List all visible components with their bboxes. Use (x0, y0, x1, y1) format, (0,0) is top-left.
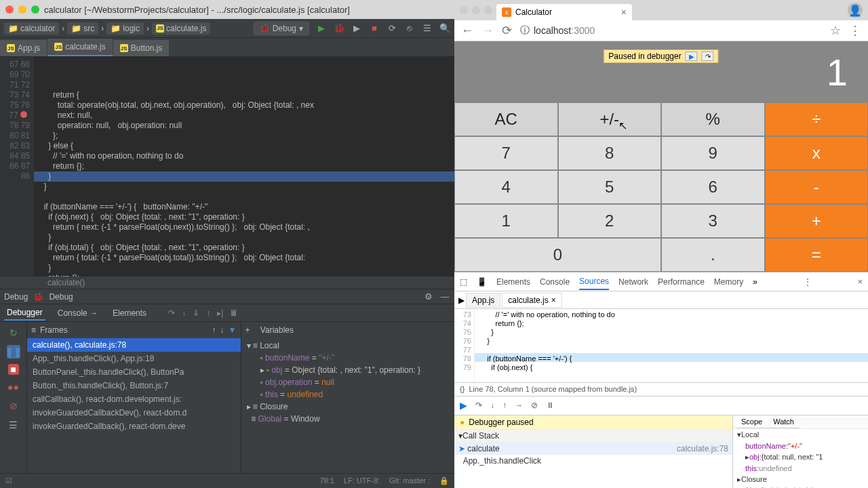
stack-frame[interactable]: Button._this.handleClick(), Button.js:7 (27, 379, 241, 392)
deactivate-bp-icon[interactable]: ⊘ (531, 401, 538, 410)
crumb-file[interactable]: JS calculate.js (152, 22, 210, 35)
calc-key[interactable]: 4 (454, 170, 558, 204)
close-icon[interactable] (460, 6, 468, 14)
filter-icon[interactable]: ▼ (229, 325, 237, 335)
step-over-icon[interactable]: ↷ (475, 401, 482, 410)
back-icon[interactable]: ← (461, 24, 473, 38)
profile-icon[interactable]: 👤 (848, 3, 863, 18)
mute-bp-icon[interactable]: ⊘ (7, 399, 20, 413)
step-icon[interactable]: ↷ (702, 52, 714, 61)
crumb-project[interactable]: 📁 calculator (4, 22, 59, 35)
tool-icon[interactable]: ☰ (422, 23, 433, 34)
calc-key[interactable]: 2 (558, 204, 662, 238)
var-obj-op[interactable]: ▫ obj.operation = null (241, 376, 455, 388)
close-tab-icon[interactable]: × (621, 7, 627, 18)
run-icon[interactable]: ▶ (316, 23, 327, 34)
devtools-tab[interactable]: Console (540, 274, 570, 289)
menu-icon[interactable]: ⋮ (849, 23, 861, 38)
calc-key[interactable]: 6 (661, 170, 765, 204)
more-tabs-icon[interactable]: » (753, 277, 757, 287)
calc-key[interactable]: 5 (558, 170, 662, 204)
step-into-icon[interactable]: ↓ (490, 401, 494, 410)
tab-watch[interactable]: Watch (768, 415, 800, 428)
close-icon[interactable]: × (551, 296, 556, 305)
stack-frame[interactable]: App._this.handleClick(), App.js:18 (27, 352, 241, 365)
sources-nav-icon[interactable]: ▶ (458, 296, 465, 305)
prev-frame-icon[interactable]: ↑ (212, 325, 216, 335)
callstack-header[interactable]: ▾ Call Stack (454, 430, 732, 443)
devtools-tab[interactable]: Sources (579, 274, 609, 290)
calc-key[interactable]: 3 (661, 204, 765, 238)
reload-icon[interactable]: ⟳ (502, 23, 512, 38)
calc-key[interactable]: + (765, 204, 869, 238)
close-devtools-icon[interactable]: × (858, 277, 863, 287)
devtools-source[interactable]: 73 74 75 76 77 78 79 // '=' with no oper… (454, 309, 868, 382)
scope-var[interactable]: ▸obj: {total: null, next: "1 (733, 451, 868, 463)
calc-key[interactable]: 7 (454, 136, 558, 170)
crumb-logic[interactable]: 📁 logic (106, 22, 144, 35)
var-global[interactable]: ≡ Global = Window (241, 413, 455, 425)
encoding[interactable]: LF: UTF-8: (344, 476, 380, 485)
calc-key[interactable]: 8 (558, 136, 662, 170)
minimize-icon[interactable] (472, 6, 480, 14)
calc-key[interactable]: x (765, 136, 869, 170)
stop-icon[interactable]: ■ (369, 23, 380, 34)
minimize-panel-icon[interactable]: — (439, 291, 450, 302)
run-config-dropdown[interactable]: 🐞 Debug ▾ (254, 22, 309, 35)
devtools-tab[interactable]: Performance (658, 274, 705, 289)
stack-frame[interactable]: calculate(), calculate.js:78 (27, 338, 241, 352)
scope-local[interactable]: ▾ Local (733, 429, 868, 441)
step-out-icon[interactable]: ↑ (206, 308, 210, 318)
close-icon[interactable] (5, 5, 14, 14)
gutter[interactable]: 67 68 69 70 71 72 73 74 75 76 77 78 79 8… (0, 57, 34, 277)
source-tab[interactable]: App.js (466, 293, 500, 308)
stack-frame[interactable]: invokeGuardedCallback(), react-dom.deve (27, 420, 241, 433)
minimize-icon[interactable] (18, 5, 26, 14)
todo-icon[interactable]: ☑ (5, 476, 12, 485)
step-over-icon[interactable]: ↷ (168, 308, 175, 318)
stack-frame[interactable]: callCallback(), react-dom.development.js… (27, 392, 241, 406)
forward-icon[interactable]: → (481, 24, 494, 38)
stack-frame[interactable]: App._this.handleClick (454, 455, 732, 467)
gear-icon[interactable]: ⚙ (423, 291, 434, 302)
calc-key[interactable]: 1 (454, 204, 558, 238)
debug-icon[interactable]: 🐞 (334, 23, 344, 34)
url-field[interactable]: ⓘ localhost:3000 (520, 24, 822, 37)
resume-icon[interactable]: ▶ (686, 52, 698, 61)
new-watch-icon[interactable]: + (245, 325, 250, 335)
inspect-icon[interactable]: ⬚ (460, 277, 467, 287)
var-closure[interactable]: ▸ ≡ Closure (241, 401, 455, 413)
scope-var[interactable]: this: undefined (733, 463, 868, 474)
step-into-icon[interactable]: ↓ (182, 308, 186, 318)
next-frame-icon[interactable]: ↓ (220, 325, 224, 335)
source-tab[interactable]: calculate.js × (502, 293, 561, 308)
search-icon[interactable]: 🔍 (439, 23, 450, 34)
tool-icon[interactable]: ⎋ (404, 23, 415, 34)
git-branch[interactable]: Git: master : (389, 476, 430, 485)
step-icon[interactable]: → (515, 401, 523, 410)
info-icon[interactable]: ⓘ (520, 24, 530, 37)
calc-key[interactable]: AC (454, 102, 558, 136)
coverage-icon[interactable]: ▶ (351, 23, 362, 34)
calc-key[interactable]: - (765, 170, 869, 204)
stack-frame[interactable]: ➤ calculatecalculate.js:78 (454, 443, 732, 455)
step-into-my-icon[interactable]: ⇓ (193, 308, 199, 318)
run-to-cursor-icon[interactable]: ▸| (217, 308, 223, 318)
code-editor[interactable]: 67 68 69 70 71 72 73 74 75 76 77 78 79 8… (0, 57, 454, 277)
var-buttonname[interactable]: ▫ buttonName = "+/-" (241, 352, 455, 364)
calc-key[interactable]: 9 (661, 136, 765, 170)
crumb-src[interactable]: 📁 src (67, 22, 98, 35)
scope-var[interactable]: buttonName: "+/-" (733, 441, 868, 451)
tool-icon[interactable]: ⟳ (387, 23, 397, 34)
stop-icon[interactable]: ■ (8, 364, 19, 375)
stack-frame[interactable]: ButtonPanel._this.handleClick(), ButtonP… (27, 365, 241, 379)
step-out-icon[interactable]: ↑ (502, 401, 507, 410)
maximize-icon[interactable] (31, 5, 39, 14)
var-obj[interactable]: ▸ ▫ obj = Object {total: , next: "1", op… (241, 364, 455, 376)
rerun-icon[interactable]: ↻ (7, 326, 20, 340)
calc-key[interactable]: % (661, 102, 765, 136)
code-area[interactable]: return { total: operate(obj.total, obj.n… (34, 57, 454, 277)
tab-debugger[interactable]: Debugger (4, 306, 45, 321)
view-bp-icon[interactable]: ●● (7, 380, 20, 394)
tab-calculate[interactable]: JScalculate.js (47, 39, 113, 56)
